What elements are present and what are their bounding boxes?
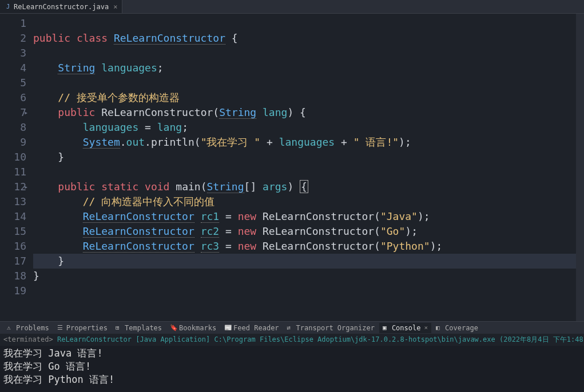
transport-organizer-icon: ⇄ [287,324,294,331]
line-number: 9 [0,135,26,150]
console-line: 我在学习 Go 语言! [3,360,581,373]
panel-tab-bookmarks[interactable]: 🔖Bookmarks [166,323,220,333]
panel-tab-label: Templates [125,324,162,332]
line-number: 1 [0,16,26,31]
editor-tab-bar: J ReLearnConstructor.java × [0,0,584,14]
coverage-icon: ◧ [436,324,443,331]
panel-tab-label: Transport Organizer [296,324,375,332]
code-editor[interactable]: 12345678910111213141516171819 public cla… [0,14,584,321]
file-tab[interactable]: J ReLearnConstructor.java × [0,0,122,13]
panel-tab-label: Feed Reader [233,324,279,332]
line-number: 17 [0,254,26,269]
line-number: 14 [0,209,26,224]
line-number: 7 [0,105,26,120]
panel-tab-label: Console [392,324,421,332]
console-status-prefix: <terminated> [3,335,53,343]
panel-tab-problems[interactable]: ⚠Problems [3,323,53,333]
close-icon[interactable]: × [424,324,428,331]
panel-tab-label: Properties [66,324,108,332]
code-line[interactable]: System.out.println("我在学习 " + languages +… [33,135,584,150]
vertical-scrollbar[interactable] [576,14,584,321]
console-status-time: (2022年8月4日 下午1:48:15 – 下午1:48:16) [499,335,584,343]
code-line[interactable] [33,75,584,90]
bottom-panel-tabs: ⚠Problems☰Properties⊞Templates🔖Bookmarks… [0,321,584,334]
console-line: 我在学习 Python 语言! [3,373,581,386]
code-line[interactable]: // 接受单个参数的构造器 [33,90,584,105]
console-line: 我在学习 Java 语言! [3,347,581,360]
panel-tab-coverage[interactable]: ◧Coverage [432,323,482,333]
panel-tab-console[interactable]: ▣Console× [379,323,431,333]
line-number: 19 [0,283,26,298]
line-number: 3 [0,46,26,61]
line-number: 18 [0,269,26,283]
panel-tab-label: Coverage [445,324,478,332]
line-number: 16 [0,239,26,254]
code-line[interactable]: public ReLearnConstructor(String lang) { [33,105,584,120]
panel-tab-label: Bookmarks [179,324,216,332]
line-number: 2 [0,31,26,46]
feed-reader-icon: 📰 [224,324,231,331]
code-line[interactable]: } [33,150,584,165]
code-line[interactable] [33,46,584,61]
properties-icon: ☰ [57,324,64,331]
code-line[interactable]: } [33,269,584,283]
problems-icon: ⚠ [7,324,14,331]
line-number: 13 [0,194,26,209]
code-line[interactable] [33,283,584,298]
line-number: 15 [0,224,26,239]
console-output[interactable]: 我在学习 Java 语言!我在学习 Go 语言!我在学习 Python 语言! [0,346,584,392]
line-number: 6 [0,90,26,105]
panel-tab-label: Problems [16,324,49,332]
console-status-app: ReLearnConstructor [Java Application] C:… [53,335,499,343]
code-line[interactable]: languages = lang; [33,120,584,135]
console-header: <terminated> ReLearnConstructor [Java Ap… [0,334,584,346]
templates-icon: ⊞ [116,324,122,331]
code-line[interactable] [33,165,584,179]
line-number: 8 [0,120,26,135]
bookmarks-icon: 🔖 [170,324,177,331]
line-number: 5 [0,75,26,90]
line-number: 12 [0,179,26,194]
line-number: 4 [0,61,26,75]
java-file-icon: J [5,3,11,10]
panel-tab-transport-organizer[interactable]: ⇄Transport Organizer [284,323,378,333]
line-number: 11 [0,165,26,179]
code-line[interactable]: public static void main(String[] args) { [33,179,584,194]
code-line[interactable]: // 向构造器中传入不同的值 [33,194,584,209]
code-line[interactable]: ReLearnConstructor rc2 = new ReLearnCons… [33,224,584,239]
panel-tab-properties[interactable]: ☰Properties [54,323,111,333]
close-icon[interactable]: × [113,3,117,11]
code-line[interactable]: public class ReLearnConstructor { [33,31,584,46]
panel-tab-feed-reader[interactable]: 📰Feed Reader [221,323,282,333]
code-line[interactable] [33,16,584,31]
console-icon: ▣ [383,324,390,331]
code-line[interactable]: String languages; [33,61,584,75]
code-line[interactable]: ReLearnConstructor rc1 = new ReLearnCons… [33,209,584,224]
line-number: 10 [0,150,26,165]
file-tab-label: ReLearnConstructor.java [14,3,109,11]
panel-tab-templates[interactable]: ⊞Templates [112,323,165,333]
line-number-gutter: 12345678910111213141516171819 [0,14,33,321]
code-line[interactable]: ReLearnConstructor rc3 = new ReLearnCons… [33,239,584,254]
code-line[interactable]: } [33,254,584,269]
code-area[interactable]: public class ReLearnConstructor { String… [33,14,584,321]
